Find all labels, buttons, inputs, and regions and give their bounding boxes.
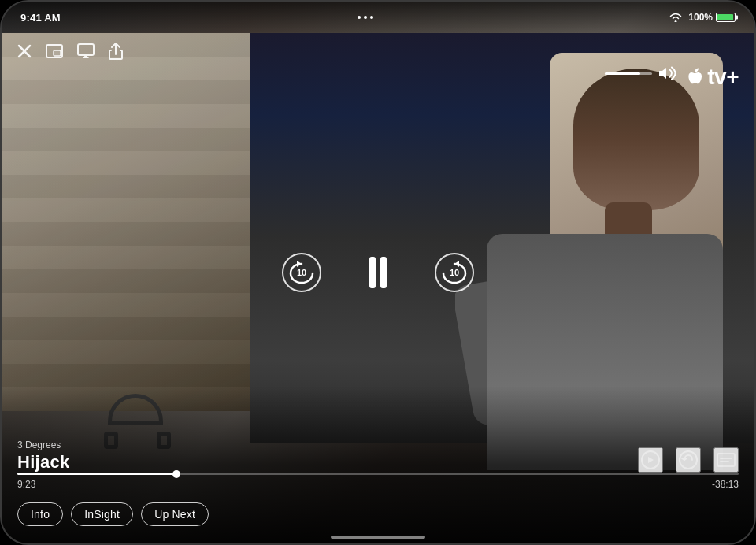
airplay-icon — [77, 43, 94, 59]
apple-tv-logo: tv+ — [688, 65, 739, 90]
share-button[interactable] — [109, 43, 123, 60]
progress-container[interactable]: 9:23 -38:13 — [17, 473, 739, 490]
wifi-icon — [669, 13, 682, 22]
svg-rect-4 — [78, 44, 94, 55]
time-current: 9:23 — [17, 479, 35, 490]
airplay-button[interactable] — [77, 43, 94, 59]
status-bar: 9:41 AM 100% — [2, 2, 754, 33]
top-controls — [17, 43, 739, 60]
progress-dot — [172, 470, 180, 478]
top-left-controls — [17, 43, 123, 60]
pip-icon — [46, 44, 63, 58]
status-center-dots — [358, 16, 373, 19]
dot-1 — [358, 16, 361, 19]
battery-fill — [717, 14, 733, 20]
insight-button[interactable]: InSight — [71, 502, 133, 526]
time-remaining: -38:13 — [712, 479, 739, 490]
home-indicator — [331, 536, 425, 539]
pause-bar-right — [380, 257, 387, 288]
chapters-button[interactable] — [638, 447, 663, 473]
scene-left — [2, 33, 277, 411]
volume-fill — [605, 72, 640, 75]
svg-rect-9 — [717, 454, 735, 466]
subtitles-icon — [716, 450, 736, 470]
forward-10-button[interactable]: 10 — [434, 252, 475, 293]
apple-tv-text: tv+ — [707, 65, 739, 90]
volume-control[interactable] — [605, 66, 676, 80]
show-title: Hijack — [17, 452, 70, 473]
rewind-10-button[interactable]: 10 — [281, 252, 322, 293]
battery-icon — [716, 13, 736, 22]
info-button[interactable]: Info — [17, 502, 63, 526]
show-subtitle: 3 Degrees — [17, 439, 70, 450]
time-display: 9:23 -38:13 — [17, 479, 739, 490]
playback-controls: 10 10 — [281, 252, 475, 293]
status-right: 100% — [669, 12, 736, 23]
show-info: 3 Degrees Hijack — [17, 439, 70, 473]
progress-bar[interactable] — [17, 473, 739, 475]
back-button[interactable] — [676, 447, 701, 473]
info-bar: 3 Degrees Hijack — [17, 439, 739, 473]
close-icon — [17, 44, 32, 58]
dot-3 — [370, 16, 373, 19]
back-icon — [678, 450, 699, 470]
subtitles-button[interactable] — [713, 447, 739, 473]
volume-icon — [658, 66, 676, 80]
volume-bar — [605, 72, 652, 75]
svg-rect-3 — [54, 50, 61, 56]
svg-point-8 — [680, 451, 697, 469]
right-controls — [638, 447, 739, 473]
close-button[interactable] — [17, 44, 32, 58]
battery-indicator: 100% — [688, 12, 736, 23]
dot-2 — [364, 16, 367, 19]
side-button — [0, 257, 2, 288]
pause-bar-left — [369, 257, 376, 288]
pause-button[interactable] — [369, 257, 387, 288]
rewind-label: 10 — [297, 268, 306, 277]
share-icon — [109, 43, 123, 60]
device-frame: 9:41 AM 100% — [0, 0, 756, 545]
up-next-button[interactable]: Up Next — [141, 502, 209, 526]
pip-button[interactable] — [46, 44, 63, 58]
bottom-buttons: Info InSight Up Next — [17, 502, 209, 526]
battery-percentage: 100% — [688, 12, 713, 23]
status-time: 9:41 AM — [20, 12, 61, 24]
progress-fill — [17, 473, 176, 475]
apple-logo-icon — [688, 68, 704, 87]
chapters-icon — [640, 450, 661, 470]
forward-label: 10 — [450, 268, 459, 277]
